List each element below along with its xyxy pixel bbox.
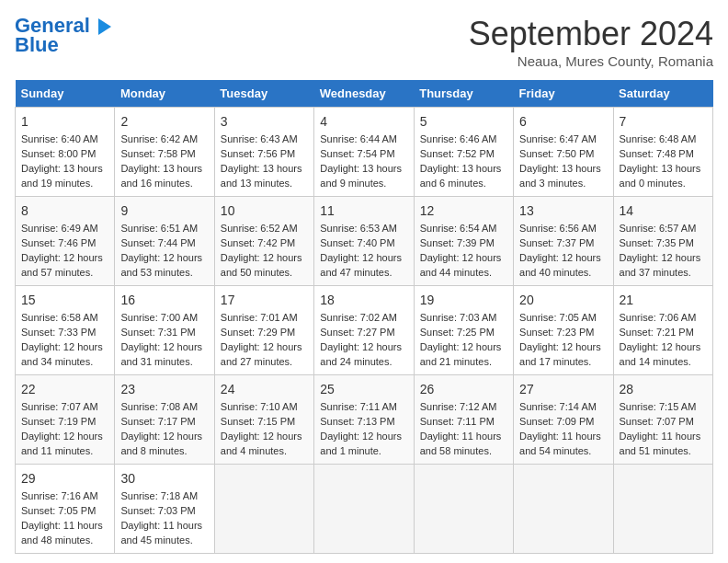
daylight-text: Daylight: 12 hours and 27 minutes.: [221, 341, 302, 367]
calendar-cell: 7Sunrise: 6:48 AMSunset: 7:48 PMDaylight…: [613, 108, 712, 197]
sunrise-text: Sunrise: 6:40 AM: [21, 133, 98, 144]
daylight-text: Daylight: 12 hours and 31 minutes.: [120, 341, 202, 367]
header-tuesday: Tuesday: [214, 80, 313, 108]
daylight-text: Daylight: 11 hours and 48 minutes.: [21, 520, 103, 546]
page-header: General Blue September 2024 Neaua, Mures…: [15, 15, 713, 69]
day-number: 1: [21, 112, 108, 131]
day-number: 16: [120, 291, 208, 309]
daylight-text: Daylight: 12 hours and 11 minutes.: [21, 431, 103, 456]
calendar-cell: 11Sunrise: 6:53 AMSunset: 7:40 PMDayligh…: [314, 197, 414, 286]
day-number: 19: [420, 291, 507, 309]
daylight-text: Daylight: 12 hours and 40 minutes.: [519, 252, 601, 278]
sunset-text: Sunset: 7:44 PM: [120, 237, 195, 248]
daylight-text: Daylight: 12 hours and 21 minutes.: [420, 341, 502, 367]
calendar-cell: 26Sunrise: 7:12 AMSunset: 7:11 PMDayligh…: [414, 375, 513, 465]
sunset-text: Sunset: 7:21 PM: [620, 327, 694, 338]
daylight-text: Daylight: 13 hours and 6 minutes.: [420, 163, 502, 189]
sunrise-text: Sunrise: 7:10 AM: [221, 401, 298, 412]
logo-arrow-icon: [98, 18, 111, 35]
sunrise-text: Sunrise: 7:08 AM: [120, 401, 198, 412]
week-row: 29Sunrise: 7:16 AMSunset: 7:05 PMDayligh…: [16, 465, 713, 554]
calendar-cell: 5Sunrise: 6:46 AMSunset: 7:52 PMDaylight…: [414, 108, 513, 197]
calendar-cell: 12Sunrise: 6:54 AMSunset: 7:39 PMDayligh…: [414, 197, 513, 286]
week-row: 22Sunrise: 7:07 AMSunset: 7:19 PMDayligh…: [16, 375, 713, 465]
day-number: 25: [320, 380, 407, 398]
day-number: 2: [120, 112, 208, 131]
calendar-table: SundayMondayTuesdayWednesdayThursdayFrid…: [15, 80, 713, 554]
header-saturday: Saturday: [613, 80, 712, 108]
daylight-text: Daylight: 12 hours and 53 minutes.: [120, 252, 202, 278]
calendar-cell: 19Sunrise: 7:03 AMSunset: 7:25 PMDayligh…: [414, 286, 513, 375]
sunrise-text: Sunrise: 6:57 AM: [620, 223, 697, 234]
day-number: 4: [320, 112, 407, 131]
sunset-text: Sunset: 7:39 PM: [420, 237, 495, 248]
calendar-cell: 20Sunrise: 7:05 AMSunset: 7:23 PMDayligh…: [514, 286, 613, 375]
day-number: 5: [420, 112, 507, 131]
header-row: SundayMondayTuesdayWednesdayThursdayFrid…: [16, 80, 713, 108]
calendar-cell: 6Sunrise: 6:47 AMSunset: 7:50 PMDaylight…: [514, 108, 613, 197]
daylight-text: Daylight: 12 hours and 47 minutes.: [320, 252, 402, 278]
day-number: 15: [21, 291, 108, 309]
sunset-text: Sunset: 7:48 PM: [620, 148, 694, 159]
daylight-text: Daylight: 12 hours and 37 minutes.: [620, 252, 701, 278]
sunrise-text: Sunrise: 6:48 AM: [620, 133, 697, 144]
daylight-text: Daylight: 12 hours and 57 minutes.: [21, 252, 103, 278]
daylight-text: Daylight: 13 hours and 16 minutes.: [120, 163, 202, 189]
day-number: 13: [519, 201, 607, 220]
calendar-cell: 28Sunrise: 7:15 AMSunset: 7:07 PMDayligh…: [613, 375, 712, 465]
calendar-cell: 21Sunrise: 7:06 AMSunset: 7:21 PMDayligh…: [613, 286, 712, 375]
calendar-cell: 30Sunrise: 7:18 AMSunset: 7:03 PMDayligh…: [115, 465, 214, 554]
logo: General Blue: [15, 15, 111, 57]
day-number: 24: [221, 380, 308, 398]
sunset-text: Sunset: 7:23 PM: [519, 327, 594, 338]
calendar-cell: 4Sunrise: 6:44 AMSunset: 7:54 PMDaylight…: [314, 108, 414, 197]
sunset-text: Sunset: 7:35 PM: [620, 237, 694, 248]
sunrise-text: Sunrise: 7:14 AM: [519, 401, 597, 412]
calendar-cell: [314, 465, 414, 554]
month-title: September 2024: [469, 15, 713, 53]
calendar-cell: 13Sunrise: 6:56 AMSunset: 7:37 PMDayligh…: [514, 197, 613, 286]
sunrise-text: Sunrise: 6:49 AM: [21, 223, 98, 234]
calendar-cell: 29Sunrise: 7:16 AMSunset: 7:05 PMDayligh…: [16, 465, 115, 554]
sunrise-text: Sunrise: 7:12 AM: [420, 401, 497, 412]
day-number: 11: [320, 201, 407, 220]
sunset-text: Sunset: 7:52 PM: [420, 148, 495, 159]
calendar-cell: 22Sunrise: 7:07 AMSunset: 7:19 PMDayligh…: [16, 375, 115, 465]
day-number: 23: [120, 380, 208, 398]
sunset-text: Sunset: 7:54 PM: [320, 148, 394, 159]
daylight-text: Daylight: 11 hours and 51 minutes.: [620, 431, 701, 456]
sunset-text: Sunset: 7:31 PM: [120, 327, 195, 338]
day-number: 22: [21, 380, 108, 398]
sunrise-text: Sunrise: 6:53 AM: [320, 223, 397, 234]
sunrise-text: Sunrise: 6:51 AM: [120, 223, 198, 234]
calendar-cell: 1Sunrise: 6:40 AMSunset: 8:00 PMDaylight…: [16, 108, 115, 197]
day-number: 9: [120, 201, 208, 220]
calendar-cell: [613, 465, 712, 554]
daylight-text: Daylight: 11 hours and 54 minutes.: [519, 431, 601, 456]
calendar-cell: 8Sunrise: 6:49 AMSunset: 7:46 PMDaylight…: [16, 197, 115, 286]
calendar-cell: 18Sunrise: 7:02 AMSunset: 7:27 PMDayligh…: [314, 286, 414, 375]
calendar-cell: [214, 465, 313, 554]
daylight-text: Daylight: 12 hours and 24 minutes.: [320, 341, 402, 367]
calendar-cell: 25Sunrise: 7:11 AMSunset: 7:13 PMDayligh…: [314, 375, 414, 465]
calendar-body: 1Sunrise: 6:40 AMSunset: 8:00 PMDaylight…: [16, 108, 713, 554]
week-row: 8Sunrise: 6:49 AMSunset: 7:46 PMDaylight…: [16, 197, 713, 286]
sunset-text: Sunset: 7:50 PM: [519, 148, 594, 159]
sunset-text: Sunset: 7:56 PM: [221, 148, 295, 159]
day-number: 26: [420, 380, 507, 398]
day-number: 29: [21, 469, 108, 488]
daylight-text: Daylight: 13 hours and 0 minutes.: [620, 163, 701, 189]
calendar-cell: 17Sunrise: 7:01 AMSunset: 7:29 PMDayligh…: [214, 286, 313, 375]
daylight-text: Daylight: 13 hours and 3 minutes.: [519, 163, 601, 189]
day-number: 28: [620, 380, 707, 398]
calendar-cell: [514, 465, 613, 554]
sunset-text: Sunset: 7:15 PM: [221, 416, 295, 427]
sunrise-text: Sunrise: 6:56 AM: [519, 223, 597, 234]
week-row: 1Sunrise: 6:40 AMSunset: 8:00 PMDaylight…: [16, 108, 713, 197]
sunset-text: Sunset: 7:03 PM: [120, 505, 195, 516]
logo-blue-text: Blue: [15, 33, 59, 57]
sunset-text: Sunset: 7:13 PM: [320, 416, 394, 427]
daylight-text: Daylight: 12 hours and 14 minutes.: [620, 341, 701, 367]
daylight-text: Daylight: 13 hours and 9 minutes.: [320, 163, 402, 189]
daylight-text: Daylight: 12 hours and 4 minutes.: [221, 431, 302, 456]
